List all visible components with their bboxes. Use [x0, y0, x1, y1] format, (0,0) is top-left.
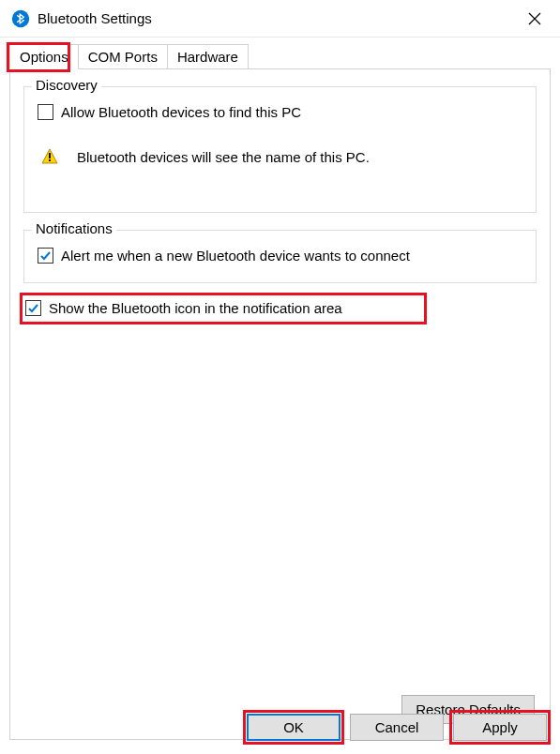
tab-options[interactable]: Options — [9, 44, 79, 69]
window-title: Bluetooth Settings — [38, 10, 513, 26]
show-icon-container: Show the Bluetooth icon in the notificat… — [25, 300, 535, 316]
tabbar: Options COM Ports Hardware — [0, 39, 560, 68]
svg-rect-1 — [49, 153, 51, 158]
ok-button[interactable]: OK — [247, 714, 341, 741]
tab-hardware[interactable]: Hardware — [167, 44, 249, 69]
svg-rect-2 — [49, 159, 51, 161]
allow-find-checkbox[interactable] — [38, 104, 53, 120]
show-icon-row[interactable]: Show the Bluetooth icon in the notificat… — [25, 300, 535, 316]
alert-checkbox[interactable] — [38, 248, 53, 264]
tab-content: Discovery Allow Bluetooth devices to fin… — [9, 68, 551, 740]
discovery-group-label: Discovery — [32, 77, 101, 93]
titlebar: Bluetooth Settings — [0, 0, 560, 38]
notifications-group: Notifications Alert me when a new Blueto… — [23, 230, 537, 283]
discovery-group: Discovery Allow Bluetooth devices to fin… — [23, 86, 537, 213]
close-button[interactable] — [513, 1, 556, 37]
alert-label: Alert me when a new Bluetooth device wan… — [61, 248, 410, 264]
bluetooth-icon — [11, 9, 30, 28]
cancel-button-wrap: Cancel — [350, 714, 444, 741]
apply-button[interactable]: Apply — [453, 714, 547, 741]
show-icon-label: Show the Bluetooth icon in the notificat… — [49, 300, 342, 316]
alert-row[interactable]: Alert me when a new Bluetooth device wan… — [38, 248, 522, 264]
apply-button-wrap: Apply — [453, 714, 547, 741]
notifications-group-label: Notifications — [32, 220, 116, 236]
warning-icon — [41, 148, 58, 165]
show-icon-checkbox[interactable] — [25, 300, 41, 316]
discovery-info-row: Bluetooth devices will see the name of t… — [41, 148, 522, 165]
cancel-button[interactable]: Cancel — [350, 714, 444, 741]
allow-find-row[interactable]: Allow Bluetooth devices to find this PC — [38, 104, 522, 120]
close-icon — [528, 12, 541, 25]
dialog-buttons: OK Cancel Apply — [247, 714, 547, 741]
ok-button-wrap: OK — [247, 714, 341, 741]
tab-com-ports[interactable]: COM Ports — [78, 44, 168, 69]
discovery-info-text: Bluetooth devices will see the name of t… — [77, 149, 370, 165]
allow-find-label: Allow Bluetooth devices to find this PC — [61, 104, 301, 120]
